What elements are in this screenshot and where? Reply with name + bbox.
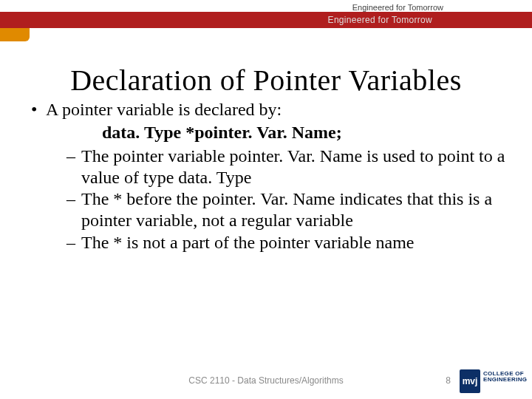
top-bar-red-strip xyxy=(0,12,532,28)
tagline-overlay: Engineered for Tomorrow xyxy=(328,15,432,25)
logo-mark: mvj xyxy=(460,369,480,393)
top-bar-white-strip xyxy=(0,0,532,4)
top-bar: Engineered for Tomorrow Engineered for T… xyxy=(0,0,532,28)
point-2: The * before the pointer. Var. Name indi… xyxy=(30,188,517,232)
tagline-top: Engineered for Tomorrow xyxy=(352,3,443,12)
top-bar-orange-tab xyxy=(0,28,30,41)
slide-content: A pointer variable is declared by: data.… xyxy=(30,99,517,253)
institution-logo: mvj COLLEGE OF ENGINEERING xyxy=(460,364,526,393)
point-3: The * is not a part of the pointer varia… xyxy=(30,232,517,253)
point-1: The pointer variable pointer. Var. Name … xyxy=(30,146,517,189)
bullet-intro: A pointer variable is declared by: xyxy=(30,99,517,120)
logo-mark-text: mvj xyxy=(463,376,478,386)
page-number: 8 xyxy=(446,375,451,386)
footer-text: CSC 2110 - Data Structures/Algorithms xyxy=(0,375,532,386)
logo-line2: ENGINEERING xyxy=(483,376,527,383)
syntax-line: data. Type *pointer. Var. Name; xyxy=(30,122,517,143)
slide: Engineered for Tomorrow Engineered for T… xyxy=(0,0,532,399)
slide-title: Declaration of Pointer Variables xyxy=(0,63,532,98)
logo-text: COLLEGE OF ENGINEERING xyxy=(483,371,527,383)
